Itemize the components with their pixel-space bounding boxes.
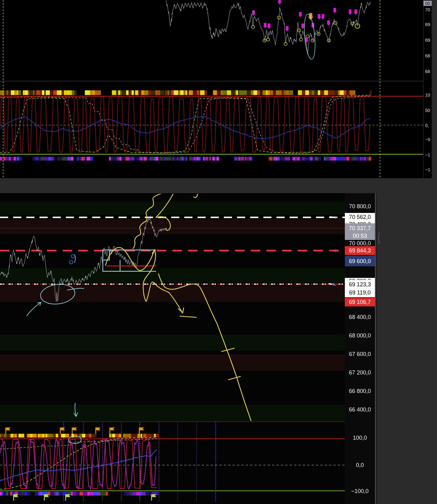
svg-text:67 200,0: 67 200,0 — [349, 369, 371, 376]
svg-text:70 337,7: 70 337,7 — [349, 225, 371, 231]
svg-text:−100,0: −100,0 — [351, 488, 369, 494]
svg-text:1д: 1д — [332, 283, 336, 286]
svg-text:68: 68 — [425, 69, 430, 74]
svg-text:10: 10 — [425, 93, 430, 98]
svg-text:70 800,0: 70 800,0 — [349, 203, 371, 210]
svg-text:69 600,0: 69 600,0 — [349, 258, 371, 264]
svg-text:50: 50 — [425, 108, 430, 113]
svg-text:68 000,0: 68 000,0 — [349, 332, 371, 339]
svg-text:0,0: 0,0 — [356, 462, 364, 468]
svg-text:69 123,3: 69 123,3 — [349, 281, 371, 288]
svg-text:1ч: 1ч — [334, 249, 338, 252]
svg-text:69: 69 — [425, 22, 430, 27]
svg-text:69 119,0: 69 119,0 — [349, 289, 371, 296]
svg-text:0,: 0, — [425, 123, 429, 128]
svg-text:69 106,7: 69 106,7 — [349, 299, 371, 305]
svg-text:69: 69 — [425, 38, 430, 43]
svg-text:00:53: 00:53 — [353, 233, 367, 239]
svg-text:70 562,0: 70 562,0 — [349, 214, 371, 220]
svg-text:−1: −1 — [425, 152, 430, 157]
svg-text:66 400,0: 66 400,0 — [349, 406, 371, 413]
svg-text:66 800,0: 66 800,0 — [349, 388, 371, 394]
svg-text:−1: −1 — [425, 167, 430, 172]
svg-text:−5: −5 — [425, 137, 430, 142]
svg-text:68: 68 — [425, 53, 430, 58]
svg-text:68 400,0: 68 400,0 — [349, 314, 371, 320]
svg-text:1ч: 1ч — [334, 215, 338, 219]
svg-text:00: 00 — [425, 1, 430, 6]
svg-text:70 000,0: 70 000,0 — [349, 240, 371, 247]
svg-text:100,0: 100,0 — [353, 435, 367, 441]
svg-text:67 600,0: 67 600,0 — [349, 351, 371, 357]
svg-text:69 844,3: 69 844,3 — [349, 247, 371, 254]
svg-text:70: 70 — [425, 7, 430, 12]
